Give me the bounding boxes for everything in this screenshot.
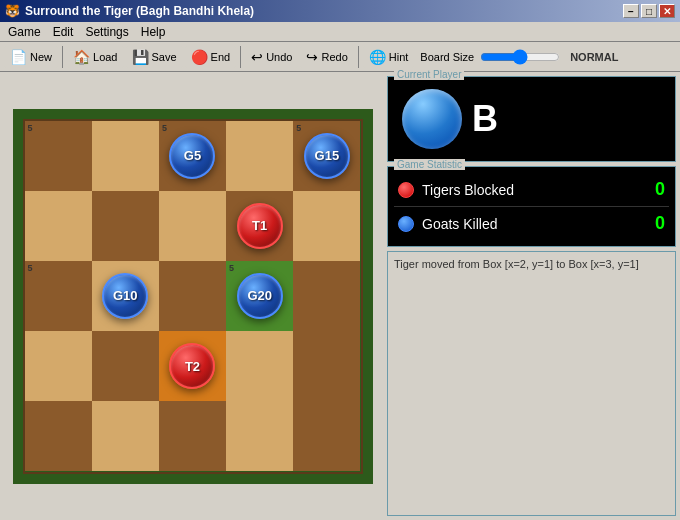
board-cell[interactable] [159, 401, 226, 471]
end-button[interactable]: 🔴 End [185, 46, 237, 68]
board-cell[interactable]: 5G20 [226, 261, 293, 331]
goats-killed-value: 0 [655, 213, 665, 234]
load-icon: 🏠 [73, 49, 90, 65]
redo-icon: ↪ [306, 49, 318, 65]
board-size-label: Board Size [420, 51, 474, 63]
undo-icon: ↩ [251, 49, 263, 65]
title-bar: 🐯 Surround the Tiger (Bagh Bandhi Khela)… [0, 0, 680, 22]
goats-killed-label: Goats Killed [422, 216, 497, 232]
load-label: Load [93, 51, 117, 63]
board-cell[interactable] [293, 261, 360, 331]
board-cell[interactable]: T2 [159, 331, 226, 401]
cell-number: 5 [28, 263, 33, 273]
stat-divider [394, 206, 669, 207]
board-cell[interactable]: T1 [226, 191, 293, 261]
board-cell[interactable] [159, 191, 226, 261]
board-cell[interactable] [25, 331, 92, 401]
cell-number: 5 [162, 123, 167, 133]
tigers-blocked-label: Tigers Blocked [422, 182, 514, 198]
end-icon: 🔴 [191, 49, 208, 65]
board-cell[interactable]: G10 [92, 261, 159, 331]
menu-settings[interactable]: Settings [79, 23, 134, 41]
player-letter: B [472, 98, 498, 140]
close-button[interactable]: ✕ [659, 4, 675, 18]
end-label: End [211, 51, 231, 63]
game-stat-box: Game Statistic Tigers Blocked 0 Goats Ki… [387, 166, 676, 247]
board-cell[interactable] [226, 121, 293, 191]
board-cell[interactable] [25, 191, 92, 261]
log-message: Tiger moved from Box [x=2, y=1] to Box [… [394, 258, 639, 270]
new-button[interactable]: 📄 New [4, 46, 58, 68]
title-bar-buttons[interactable]: − □ ✕ [623, 4, 675, 18]
goat-piece[interactable]: G5 [169, 133, 215, 179]
new-label: New [30, 51, 52, 63]
save-icon: 💾 [132, 49, 149, 65]
hint-label: Hint [389, 51, 409, 63]
board-cell[interactable] [92, 191, 159, 261]
tiger-piece[interactable]: T2 [169, 343, 215, 389]
undo-button[interactable]: ↩ Undo [245, 46, 298, 68]
board-cell[interactable] [25, 401, 92, 471]
right-panel: Current Player B Game Statistic Tigers B… [385, 72, 680, 520]
current-player-content: B [392, 81, 671, 157]
hint-icon: 🌐 [369, 49, 386, 65]
main-content: 55G55G15T15G105G20T2 Current Player B Ga… [0, 72, 680, 520]
minimize-button[interactable]: − [623, 4, 639, 18]
normal-label: NORMAL [570, 51, 618, 63]
load-button[interactable]: 🏠 Load [67, 46, 123, 68]
current-player-title: Current Player [394, 69, 464, 80]
tigers-blocked-row: Tigers Blocked 0 [394, 175, 669, 204]
board-cell[interactable] [293, 191, 360, 261]
goat-piece[interactable]: G10 [102, 273, 148, 319]
menu-game[interactable]: Game [2, 23, 47, 41]
title-bar-left: 🐯 Surround the Tiger (Bagh Bandhi Khela) [5, 4, 254, 18]
separator-1 [62, 46, 63, 68]
hint-button[interactable]: 🌐 Hint [363, 46, 415, 68]
board-cell[interactable] [92, 331, 159, 401]
player-ball [402, 89, 462, 149]
save-label: Save [152, 51, 177, 63]
cell-number: 5 [28, 123, 33, 133]
goat-piece[interactable]: G20 [237, 273, 283, 319]
board-cell[interactable]: 5 [25, 121, 92, 191]
board-cell[interactable] [226, 401, 293, 471]
tigers-blocked-value: 0 [655, 179, 665, 200]
goats-killed-row: Goats Killed 0 [394, 209, 669, 238]
separator-2 [240, 46, 241, 68]
cell-number: 5 [229, 263, 234, 273]
toolbar: 📄 New 🏠 Load 💾 Save 🔴 End ↩ Undo ↪ Redo … [0, 42, 680, 72]
cell-number: 5 [296, 123, 301, 133]
tiger-piece[interactable]: T1 [237, 203, 283, 249]
goat-piece[interactable]: G15 [304, 133, 350, 179]
title-bar-text: Surround the Tiger (Bagh Bandhi Khela) [25, 4, 254, 18]
maximize-button[interactable]: □ [641, 4, 657, 18]
board-area: 55G55G15T15G105G20T2 [0, 72, 385, 520]
app-icon: 🐯 [5, 4, 20, 18]
board-cell[interactable]: 5G15 [293, 121, 360, 191]
log-box: Tiger moved from Box [x=2, y=1] to Box [… [387, 251, 676, 516]
menu-bar: Game Edit Settings Help [0, 22, 680, 42]
board-cell[interactable] [92, 121, 159, 191]
board-cell[interactable]: 5G5 [159, 121, 226, 191]
redo-button[interactable]: ↪ Redo [300, 46, 353, 68]
board-cell[interactable] [293, 401, 360, 471]
menu-edit[interactable]: Edit [47, 23, 80, 41]
menu-help[interactable]: Help [135, 23, 172, 41]
board-size-slider[interactable] [480, 49, 560, 65]
board-cell[interactable]: 5 [25, 261, 92, 331]
board-cell[interactable] [293, 331, 360, 401]
game-stat-title: Game Statistic [394, 159, 465, 170]
goats-killed-label-row: Goats Killed [398, 216, 497, 232]
redo-label: Redo [321, 51, 347, 63]
tigers-blocked-dot [398, 182, 414, 198]
board-grid[interactable]: 55G55G15T15G105G20T2 [23, 119, 363, 474]
undo-label: Undo [266, 51, 292, 63]
separator-3 [358, 46, 359, 68]
board-cell[interactable] [159, 261, 226, 331]
board-cell[interactable] [92, 401, 159, 471]
goats-killed-dot [398, 216, 414, 232]
save-button[interactable]: 💾 Save [126, 46, 183, 68]
board-outer: 55G55G15T15G105G20T2 [13, 109, 373, 484]
current-player-box: Current Player B [387, 76, 676, 162]
board-cell[interactable] [226, 331, 293, 401]
